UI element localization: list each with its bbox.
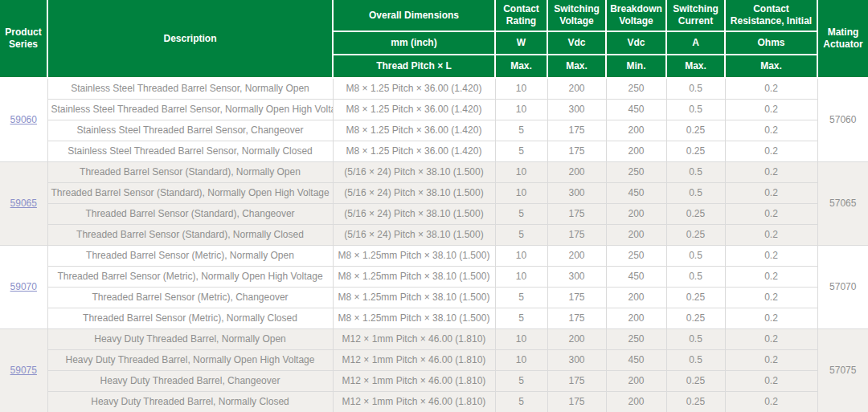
- contact-resistance-cell: 0.2: [725, 203, 817, 224]
- contact-rating-cell: 5: [495, 370, 547, 391]
- contact-resistance-cell: 0.2: [725, 391, 817, 412]
- product-series-link[interactable]: 59075: [10, 365, 37, 376]
- header-breakdown-voltage-unit: Vdc: [606, 31, 666, 55]
- switching-current-cell: 0.25: [666, 308, 725, 328]
- description-cell: Threaded Barrel Sensor (Standard), Norma…: [47, 182, 333, 203]
- mating-actuator-cell: 57060: [817, 78, 868, 161]
- contact-resistance-cell: 0.2: [725, 120, 817, 141]
- product-series-cell: 59075: [0, 328, 47, 412]
- switching-voltage-cell: 175: [547, 308, 606, 328]
- description-cell: Threaded Barrel Sensor (Standard), Chang…: [47, 203, 333, 224]
- contact-resistance-cell: 0.2: [725, 224, 817, 245]
- header-contact-rating-unit: W: [495, 31, 547, 55]
- table-row: Threaded Barrel Sensor (Standard), Norma…: [0, 224, 868, 245]
- description-cell: Stainless Steel Threaded Barrel Sensor, …: [47, 141, 333, 161]
- dimensions-cell: (5/16 × 24) Pitch × 38.10 (1.500): [333, 182, 495, 203]
- dimensions-cell: M12 × 1mm Pitch × 46.00 (1.810): [333, 349, 495, 370]
- switching-current-cell: 0.25: [666, 141, 725, 161]
- description-cell: Stainless Steel Threaded Barrel Sensor, …: [47, 99, 333, 120]
- contact-rating-cell: 10: [495, 182, 547, 203]
- switching-current-cell: 0.25: [666, 391, 725, 412]
- product-series-cell: 59070: [0, 245, 47, 328]
- switching-current-cell: 0.5: [666, 266, 725, 287]
- product-series-link[interactable]: 59070: [10, 281, 37, 292]
- breakdown-voltage-cell: 200: [606, 287, 666, 308]
- dimensions-cell: (5/16 × 24) Pitch × 38.10 (1.500): [333, 161, 495, 182]
- contact-rating-cell: 10: [495, 245, 547, 266]
- breakdown-voltage-cell: 250: [606, 245, 666, 266]
- contact-rating-cell: 5: [495, 224, 547, 245]
- header-switching-voltage-unit: Vdc: [547, 31, 606, 55]
- contact-rating-cell: 10: [495, 328, 547, 349]
- product-series-link[interactable]: 59065: [10, 198, 37, 209]
- contact-resistance-cell: 0.2: [725, 370, 817, 391]
- dimensions-cell: M8 × 1.25mm Pitch × 38.10 (1.500): [333, 287, 495, 308]
- switching-current-cell: 0.5: [666, 328, 725, 349]
- contact-rating-cell: 5: [495, 120, 547, 141]
- header-switching-current-unit: A: [666, 31, 725, 55]
- product-spec-table: Product Series Description Overall Dimen…: [0, 0, 868, 412]
- table-row: 59060Stainless Steel Threaded Barrel Sen…: [0, 78, 868, 99]
- description-cell: Threaded Barrel Sensor (Standard), Norma…: [47, 161, 333, 182]
- switching-voltage-cell: 300: [547, 182, 606, 203]
- contact-rating-cell: 5: [495, 391, 547, 412]
- switching-voltage-cell: 200: [547, 161, 606, 182]
- contact-rating-cell: 5: [495, 141, 547, 161]
- header-contact-rating-limit: Max.: [495, 55, 547, 78]
- mating-actuator-cell: 57070: [817, 245, 868, 328]
- dimensions-cell: M12 × 1mm Pitch × 46.00 (1.810): [333, 370, 495, 391]
- breakdown-voltage-cell: 200: [606, 141, 666, 161]
- breakdown-voltage-cell: 250: [606, 328, 666, 349]
- breakdown-voltage-cell: 450: [606, 99, 666, 120]
- header-breakdown-voltage: Breakdown Voltage: [606, 0, 666, 31]
- header-contact-resistance-unit: Ohms: [725, 31, 817, 55]
- breakdown-voltage-cell: 200: [606, 203, 666, 224]
- description-cell: Threaded Barrel Sensor (Metric), Normall…: [47, 266, 333, 287]
- dimensions-cell: (5/16 × 24) Pitch × 38.10 (1.500): [333, 203, 495, 224]
- breakdown-voltage-cell: 200: [606, 308, 666, 328]
- header-dimensions-limit: Thread Pitch × L: [333, 55, 495, 78]
- table-row: Heavy Duty Threaded Barrel, Normally Ope…: [0, 349, 868, 370]
- header-dimensions-unit: mm (inch): [333, 31, 495, 55]
- header-contact-resistance-limit: Max.: [725, 55, 817, 78]
- switching-current-cell: 0.5: [666, 349, 725, 370]
- product-series-link[interactable]: 59060: [10, 114, 37, 125]
- contact-resistance-cell: 0.2: [725, 141, 817, 161]
- switching-voltage-cell: 300: [547, 349, 606, 370]
- breakdown-voltage-cell: 200: [606, 224, 666, 245]
- table-row: 59075Heavy Duty Threaded Barrel, Normall…: [0, 328, 868, 349]
- description-cell: Stainless Steel Threaded Barrel Sensor, …: [47, 120, 333, 141]
- contact-resistance-cell: 0.2: [725, 328, 817, 349]
- switching-current-cell: 0.5: [666, 78, 725, 99]
- table-body: 59060Stainless Steel Threaded Barrel Sen…: [0, 78, 868, 412]
- dimensions-cell: M8 × 1.25 Pitch × 36.00 (1.420): [333, 99, 495, 120]
- dimensions-cell: M8 × 1.25 Pitch × 36.00 (1.420): [333, 78, 495, 99]
- contact-resistance-cell: 0.2: [725, 99, 817, 120]
- contact-resistance-cell: 0.2: [725, 349, 817, 370]
- description-cell: Threaded Barrel Sensor (Standard), Norma…: [47, 224, 333, 245]
- description-cell: Stainless Steel Threaded Barrel Sensor, …: [47, 78, 333, 99]
- contact-resistance-cell: 0.2: [725, 182, 817, 203]
- switching-voltage-cell: 200: [547, 245, 606, 266]
- switching-current-cell: 0.5: [666, 161, 725, 182]
- table-row: Threaded Barrel Sensor (Metric), Changeo…: [0, 287, 868, 308]
- table-row: Stainless Steel Threaded Barrel Sensor, …: [0, 141, 868, 161]
- breakdown-voltage-cell: 450: [606, 182, 666, 203]
- switching-voltage-cell: 200: [547, 78, 606, 99]
- header-mating-actuator: Mating Actuator: [817, 0, 868, 78]
- contact-rating-cell: 10: [495, 161, 547, 182]
- switching-voltage-cell: 175: [547, 120, 606, 141]
- description-cell: Heavy Duty Threaded Barrel, Normally Ope…: [47, 328, 333, 349]
- switching-current-cell: 0.25: [666, 287, 725, 308]
- breakdown-voltage-cell: 200: [606, 391, 666, 412]
- contact-rating-cell: 5: [495, 203, 547, 224]
- dimensions-cell: M8 × 1.25 Pitch × 36.00 (1.420): [333, 141, 495, 161]
- contact-resistance-cell: 0.2: [725, 266, 817, 287]
- description-cell: Threaded Barrel Sensor (Metric), Normall…: [47, 308, 333, 328]
- breakdown-voltage-cell: 450: [606, 266, 666, 287]
- switching-current-cell: 0.25: [666, 224, 725, 245]
- description-cell: Heavy Duty Threaded Barrel, Normally Clo…: [47, 391, 333, 412]
- switching-current-cell: 0.25: [666, 370, 725, 391]
- switching-voltage-cell: 175: [547, 224, 606, 245]
- table-row: Threaded Barrel Sensor (Standard), Chang…: [0, 203, 868, 224]
